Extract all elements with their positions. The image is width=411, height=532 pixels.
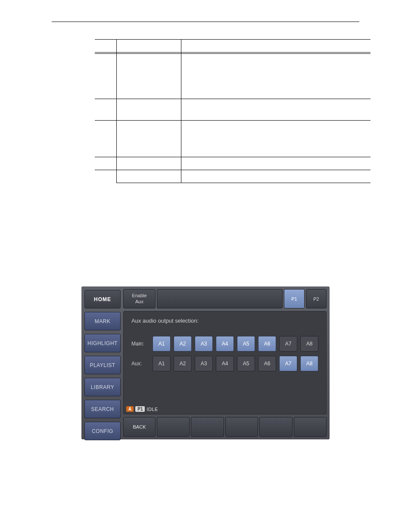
table-head (95, 40, 371, 53)
main-area: Enable Aux P1 P2 Aux audio output select… (122, 288, 328, 438)
sidebar-item-search[interactable]: SEARCH (84, 400, 121, 418)
aux-a8[interactable]: A8 (300, 356, 318, 371)
top-rule (52, 22, 359, 22)
main-a4[interactable]: A4 (216, 336, 234, 352)
aux-a1[interactable]: A1 (153, 356, 171, 371)
aux-a5[interactable]: A5 (237, 356, 255, 371)
main-a8[interactable]: A8 (300, 336, 318, 352)
bottom-slot-5[interactable] (259, 417, 292, 437)
bottom-slot-4[interactable] (225, 417, 258, 437)
aux-row: Aux: A1 A2 A3 A4 A5 A6 A7 A8 (131, 356, 318, 371)
back-button[interactable]: BACK (123, 417, 156, 437)
sidebar-item-library[interactable]: LIBRARY (84, 378, 121, 396)
p2-button[interactable]: P2 (306, 289, 327, 308)
main-a7[interactable]: A7 (279, 336, 297, 352)
aux-a3[interactable]: A3 (195, 356, 213, 371)
enable-aux-line1: Enable (132, 293, 146, 299)
doc-table (95, 39, 371, 183)
table-row (95, 99, 371, 121)
sidebar-item-highlight[interactable]: HIGHLIGHT (84, 334, 121, 352)
lcd-panel: HOME MARK HIGHLIGHT PLAYLIST LIBRARY SEA… (81, 286, 330, 439)
panel-title: Aux audio output selection: (131, 317, 318, 324)
sidebar: HOME MARK HIGHLIGHT PLAYLIST LIBRARY SEA… (83, 288, 122, 438)
home-button[interactable]: HOME (84, 290, 121, 308)
table-row (95, 121, 371, 157)
content-panel: Aux audio output selection: Main: A1 A2 … (123, 311, 327, 414)
bottom-slot-2[interactable] (157, 417, 190, 437)
table-row (95, 54, 371, 99)
main-a6[interactable]: A6 (258, 336, 276, 352)
bottom-slot-3[interactable] (191, 417, 224, 437)
sidebar-item-playlist[interactable]: PLAYLIST (84, 356, 121, 374)
status-bar: A P1 IDLE (126, 406, 158, 412)
main-a5[interactable]: A5 (237, 336, 255, 352)
bottom-bar: BACK (123, 417, 327, 437)
aux-a6[interactable]: A6 (258, 356, 276, 371)
top-bar: Enable Aux P1 P2 (123, 289, 327, 308)
main-a1[interactable]: A1 (153, 336, 171, 352)
table-row (95, 157, 371, 170)
enable-aux-line2: Aux (135, 299, 143, 305)
sidebar-item-mark[interactable]: MARK (84, 312, 121, 330)
main-a3[interactable]: A3 (195, 336, 213, 352)
p1-button[interactable]: P1 (284, 289, 305, 308)
table-row (95, 170, 371, 183)
bottom-slot-6[interactable] (294, 417, 327, 437)
status-text: IDLE (146, 407, 158, 412)
main-a2[interactable]: A2 (174, 336, 192, 352)
aux-a7[interactable]: A7 (279, 356, 297, 371)
top-spacer (157, 289, 283, 308)
status-badge-p1: P1 (135, 406, 145, 412)
main-row: Main: A1 A2 A3 A4 A5 A6 A7 A8 (131, 336, 318, 352)
aux-a4[interactable]: A4 (216, 356, 234, 371)
aux-label: Aux: (131, 361, 149, 367)
sidebar-item-config[interactable]: CONFIG (84, 422, 121, 440)
status-badge-a: A (126, 406, 134, 412)
aux-a2[interactable]: A2 (174, 356, 192, 371)
enable-aux-button[interactable]: Enable Aux (123, 289, 156, 308)
main-label: Main: (131, 341, 149, 347)
